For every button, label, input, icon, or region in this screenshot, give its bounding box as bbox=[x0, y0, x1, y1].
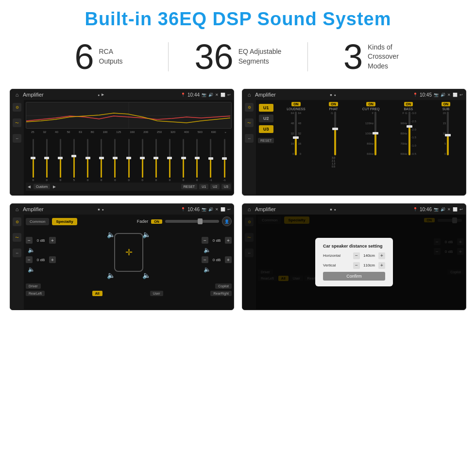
dot-icon: ● bbox=[98, 93, 100, 97]
fader-body: − 0 dB + 🔈 − 0 dB + 🔈 bbox=[26, 228, 232, 282]
car-diagram-wrap: ✛ 🔈 🔈 🔈 🔈 bbox=[60, 228, 198, 282]
crossover-screen: ⌂ Amplifier ■ ● 📍 10:45 📷 🔊 ✕ ⬜ ↩ ⚙ 〜 bbox=[242, 89, 466, 196]
confirm-button[interactable]: Confirm bbox=[323, 272, 385, 281]
min-icon-2: ⬜ bbox=[453, 93, 458, 97]
eq-slider-8: 0 bbox=[122, 139, 135, 182]
vol-rr-minus[interactable]: − bbox=[202, 256, 208, 263]
freq-200: 200 bbox=[143, 131, 148, 133]
cam-icon: 📷 bbox=[202, 93, 206, 97]
fader-main: Common Specialty Fader ON 👤 bbox=[24, 215, 234, 309]
fader-tab-specialty[interactable]: Specialty bbox=[52, 218, 77, 225]
eq-freq-labels: 25 32 40 50 63 80 100 125 160 200 250 32… bbox=[26, 130, 232, 134]
vol-fl-plus[interactable]: + bbox=[49, 237, 56, 244]
fader-screen: ⌂ Amplifier ■ ● 📍 10:46 📷 🔊 ✕ ⬜ ↩ ⚙ 〜 bbox=[10, 203, 234, 310]
horizontal-plus-btn[interactable]: + bbox=[378, 252, 385, 259]
eq-time: 10:44 bbox=[187, 92, 200, 98]
crossover-grid: ON LOUDNESS 644832160 644832160 bbox=[277, 101, 465, 169]
eq-prev-btn[interactable]: ◄ bbox=[27, 184, 32, 189]
location-icon-4: 📍 bbox=[413, 207, 418, 212]
bass-label: BASS bbox=[404, 107, 413, 111]
eq-next-btn[interactable]: ► bbox=[52, 184, 57, 189]
fader-rearleft-btn[interactable]: RearLeft bbox=[26, 291, 45, 296]
sp-fl: 🔈 bbox=[107, 231, 115, 238]
play-icon: ▶ bbox=[102, 93, 104, 97]
fader-knob[interactable]: 👤 bbox=[222, 216, 232, 226]
vol-icon-4: 🔊 bbox=[441, 207, 445, 212]
cutfreq-on: ON bbox=[366, 102, 375, 106]
eq-slider-5: 0 bbox=[82, 139, 94, 182]
dialog-vertical-ctrl: − 110cm + bbox=[353, 262, 385, 269]
eq-slider-3: 0 bbox=[54, 139, 67, 182]
eq-u1-btn[interactable]: U1 bbox=[199, 184, 208, 189]
close-icon-3: ✕ bbox=[215, 207, 219, 212]
cutfreq-label: CUT FREQ bbox=[362, 107, 380, 111]
eq-slider-4: 5 bbox=[68, 139, 80, 182]
loudness-label: LOUDNESS bbox=[287, 107, 306, 111]
eq-slider-14: -1 bbox=[204, 139, 217, 182]
vol-fr-minus[interactable]: − bbox=[202, 237, 208, 244]
vol-fr-plus[interactable]: + bbox=[225, 237, 232, 244]
fader-label: Fader bbox=[137, 219, 149, 224]
eq-u2-btn[interactable]: U2 bbox=[210, 184, 220, 189]
fader-driver-btn[interactable]: Driver bbox=[26, 283, 41, 289]
phat-label: PHAT bbox=[329, 107, 338, 111]
sub-nums: 20151050 bbox=[443, 112, 446, 155]
stat-eq-number: 36 bbox=[195, 39, 234, 74]
fader-h-slider[interactable] bbox=[165, 220, 219, 223]
u1-btn[interactable]: U1 bbox=[259, 104, 273, 112]
vol-rl-minus[interactable]: − bbox=[26, 256, 33, 263]
close-icon-2: ✕ bbox=[447, 93, 451, 97]
dialog-vertical-row: Vertical − 110cm + bbox=[323, 262, 385, 269]
vol-rl-plus[interactable]: + bbox=[49, 256, 56, 263]
fader-copilot-btn[interactable]: Copilot bbox=[215, 283, 232, 289]
eq-custom-btn[interactable]: Custom bbox=[34, 184, 50, 189]
freq-320: 320 bbox=[170, 131, 175, 133]
vertical-minus-btn[interactable]: − bbox=[353, 262, 360, 269]
freq-40: 40 bbox=[55, 131, 58, 133]
dialog-title: Car speaker distance setting bbox=[323, 244, 385, 249]
eq-slider-15: -1 bbox=[218, 139, 231, 182]
distance-dialog-overlay: Car speaker distance setting Horizontal … bbox=[242, 215, 466, 309]
location-icon-3: 📍 bbox=[181, 207, 186, 212]
back-icon-4: ↩ bbox=[459, 207, 463, 212]
freq-100: 100 bbox=[102, 131, 107, 133]
eq-slider-2: 0 bbox=[40, 139, 53, 182]
u2-btn[interactable]: U2 bbox=[259, 115, 273, 122]
vertical-plus-btn[interactable]: + bbox=[378, 262, 385, 269]
horizontal-value: 140cm bbox=[362, 253, 376, 258]
home-icon-3: ⌂ bbox=[13, 205, 21, 213]
fader-user-btn[interactable]: User bbox=[150, 291, 163, 296]
eq-topbar: ⌂ Amplifier ● ▶ 📍 10:44 📷 🔊 ✕ ⬜ ↩ bbox=[10, 89, 234, 100]
freq-500: 500 bbox=[198, 131, 203, 133]
fader-tab-common[interactable]: Common bbox=[26, 218, 49, 225]
fader-rearright-btn[interactable]: RearRight bbox=[210, 291, 232, 296]
crossover-sidebar: ⚙ 〜 ↔ bbox=[242, 100, 256, 195]
phat-col: ON PHAT G 3.02.11.30.5 bbox=[315, 102, 351, 168]
vol-fl-minus[interactable]: − bbox=[26, 237, 33, 244]
sp-rr: 🔈 bbox=[142, 271, 151, 279]
eq-curve bbox=[26, 102, 231, 129]
dialog-horizontal-ctrl: − 140cm + bbox=[353, 252, 385, 259]
horizontal-minus-btn[interactable]: − bbox=[353, 252, 360, 259]
vol-rl-value: 0 dB bbox=[34, 258, 48, 262]
eq-speaker-icon: ↔ bbox=[13, 134, 21, 143]
u3-btn[interactable]: U3 bbox=[259, 125, 273, 133]
stats-row: 6 RCA Outputs 36 EQ Adjustable Segments … bbox=[0, 34, 476, 84]
eq-u3-btn[interactable]: U3 bbox=[221, 184, 231, 189]
distance-title: Amplifier bbox=[255, 206, 328, 212]
freq-32: 32 bbox=[43, 131, 47, 133]
eq-title: Amplifier bbox=[23, 92, 96, 98]
fader-on-toggle[interactable]: ON bbox=[151, 219, 162, 224]
bass-slider: F G90Hz80Hz70Hz60Hz -3.0-2.5-2.0-1.5-1.0… bbox=[401, 112, 416, 155]
stat-crossover-number: 3 bbox=[343, 39, 363, 74]
eq-reset-btn[interactable]: RESET bbox=[181, 184, 197, 189]
fader-settings-icon: ⚙ bbox=[13, 217, 21, 226]
freq-50: 50 bbox=[67, 131, 70, 133]
phat-nums: G bbox=[331, 112, 333, 155]
vol-ctrl-fr: − 0 dB + bbox=[202, 237, 232, 244]
fader-all-btn[interactable]: All bbox=[92, 291, 102, 296]
cross-reset-btn[interactable]: RESET bbox=[258, 138, 274, 143]
stat-eq-label: EQ Adjustable Segments bbox=[238, 47, 282, 66]
vol-rr-plus[interactable]: + bbox=[225, 256, 232, 263]
back-icon-3: ↩ bbox=[227, 207, 231, 212]
